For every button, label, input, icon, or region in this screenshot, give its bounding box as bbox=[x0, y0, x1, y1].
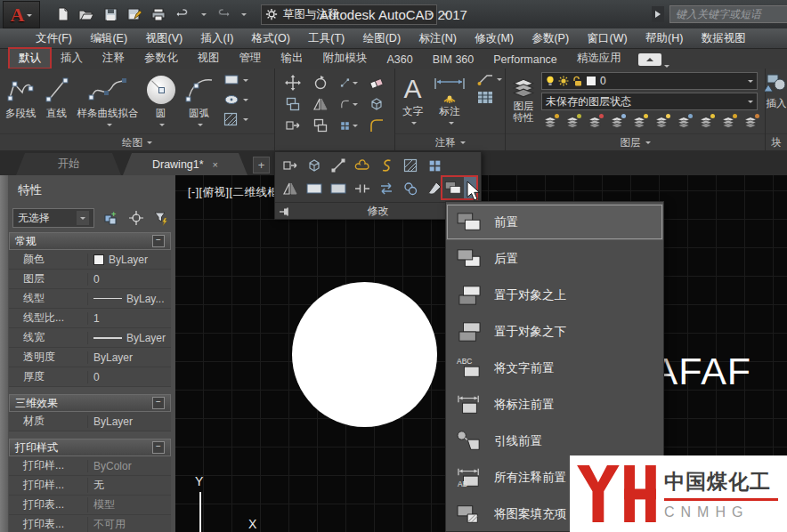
mirror-icon[interactable] bbox=[312, 96, 329, 112]
menu-item-dimensions-to-front[interactable]: 将标注前置 bbox=[446, 386, 663, 423]
application-menu-button[interactable]: A bbox=[3, 1, 40, 28]
plot-icon[interactable] bbox=[150, 6, 166, 22]
prop-row-color[interactable]: 颜色ByLayer bbox=[9, 250, 171, 270]
menu-file[interactable]: 文件(F) bbox=[36, 31, 72, 46]
prop-row-plotstyle-table[interactable]: 打印样...无 bbox=[9, 476, 171, 496]
edit-array-icon[interactable] bbox=[425, 156, 444, 175]
section-3d-effects-header[interactable]: 三维效果− bbox=[9, 394, 171, 412]
layer-tool-icon[interactable] bbox=[588, 115, 602, 129]
dimension-button[interactable]: 标注 bbox=[432, 70, 467, 125]
toggle-pickadd-icon[interactable]: + bbox=[103, 210, 119, 226]
reverse-icon[interactable] bbox=[377, 179, 396, 198]
drawn-circle-object[interactable] bbox=[292, 282, 437, 427]
prop-row-layer[interactable]: 图层0 bbox=[9, 270, 171, 289]
ribbon-tab-insert[interactable]: 插入 bbox=[51, 48, 93, 69]
spline-fit-button[interactable]: 样条曲线拟合 bbox=[77, 70, 139, 127]
file-tab-drawing1[interactable]: Drawing1* × bbox=[123, 153, 247, 175]
collapse-icon[interactable]: − bbox=[152, 235, 165, 247]
prop-row-linetype[interactable]: 线型ByLay... bbox=[9, 289, 171, 309]
layer-properties-button[interactable]: 图层特性 bbox=[506, 71, 541, 124]
prop-row-material[interactable]: 材质ByLayer bbox=[9, 412, 171, 431]
prop-row-thickness[interactable]: 厚度0 bbox=[9, 367, 171, 387]
close-tab-icon[interactable]: × bbox=[213, 159, 218, 170]
copy-icon[interactable] bbox=[284, 96, 302, 112]
ribbon-tab-view[interactable]: 视图 bbox=[188, 48, 230, 69]
line-button[interactable]: 直线 bbox=[44, 70, 70, 120]
panel-draw-footer[interactable]: 绘图 bbox=[0, 133, 274, 150]
panel-annotate-footer[interactable]: 注释 bbox=[395, 133, 505, 150]
move-icon[interactable] bbox=[284, 75, 302, 91]
workspace-switcher[interactable]: 草图与注释 bbox=[261, 4, 437, 25]
table-button[interactable] bbox=[476, 90, 502, 106]
menu-window[interactable]: 窗口(W) bbox=[588, 31, 628, 46]
menu-item-leaders-to-front[interactable]: 引线前置 bbox=[446, 423, 663, 459]
leader-button[interactable] bbox=[476, 72, 502, 86]
menu-item-text-to-front[interactable]: ABC 将文字前置 bbox=[446, 350, 663, 386]
workspace-more-icon[interactable] bbox=[442, 13, 448, 19]
redo-dropdown-icon[interactable] bbox=[241, 13, 247, 19]
collapse-icon[interactable]: − bbox=[152, 397, 165, 409]
ribbon-tab-annotate[interactable]: 注释 bbox=[93, 48, 134, 69]
collapse-icon[interactable]: − bbox=[152, 441, 165, 454]
menu-insert[interactable]: 插入(I) bbox=[201, 31, 234, 46]
prop-row-linetype-scale[interactable]: 线型比...1 bbox=[9, 309, 171, 328]
region-icon[interactable] bbox=[304, 179, 324, 198]
undo-dropdown-icon[interactable] bbox=[201, 13, 207, 19]
menu-format[interactable]: 格式(O) bbox=[252, 31, 290, 46]
boundary-icon[interactable] bbox=[329, 179, 348, 198]
arc-dropdown-icon[interactable] bbox=[198, 124, 203, 129]
layer-tool-icon[interactable] bbox=[721, 115, 735, 129]
save-icon[interactable] bbox=[102, 6, 118, 22]
ribbon-tab-output[interactable]: 输出 bbox=[272, 48, 313, 69]
align-icon[interactable] bbox=[280, 179, 300, 198]
edit-polyline-icon[interactable] bbox=[353, 156, 372, 175]
menu-parametric[interactable]: 参数(P) bbox=[531, 31, 569, 46]
save-as-icon[interactable] bbox=[126, 6, 142, 22]
trim-icon[interactable] bbox=[340, 75, 358, 91]
new-drawing-tab-button[interactable]: + bbox=[253, 157, 270, 173]
layer-state-combo[interactable]: 未保存的图层状态 bbox=[541, 93, 758, 110]
explode-icon[interactable] bbox=[368, 96, 385, 112]
prop-row-plotstyle[interactable]: 打印样...ByColor bbox=[9, 456, 171, 476]
spline-dropdown-icon[interactable] bbox=[107, 124, 112, 129]
redo-icon[interactable] bbox=[215, 6, 231, 22]
panel-layers-footer[interactable]: 图层 bbox=[506, 133, 765, 150]
text-button[interactable]: A 文字 bbox=[402, 70, 423, 125]
open-file-icon[interactable] bbox=[78, 6, 94, 22]
prop-row-plot-table-attached[interactable]: 打印表...模型 bbox=[9, 496, 171, 515]
menu-dataview[interactable]: 数据视图 bbox=[702, 31, 746, 46]
rotate-icon[interactable] bbox=[312, 75, 329, 91]
ribbon-tab-manage[interactable]: 管理 bbox=[230, 48, 272, 69]
ribbon-tab-performance[interactable]: Performance bbox=[483, 51, 567, 69]
layer-tool-icon[interactable] bbox=[743, 115, 758, 129]
selection-type-combo[interactable]: 无选择 bbox=[12, 208, 94, 228]
layer-tool-icon[interactable] bbox=[699, 115, 713, 129]
ribbon-tab-a360[interactable]: A360 bbox=[377, 51, 423, 69]
stretch-icon[interactable] bbox=[284, 117, 302, 133]
pin-icon[interactable] bbox=[279, 206, 291, 217]
undo-icon[interactable] bbox=[174, 6, 191, 22]
bring-to-front-icon[interactable] bbox=[442, 177, 464, 198]
search-input[interactable] bbox=[669, 5, 787, 23]
ribbon-tab-parametric[interactable]: 参数化 bbox=[134, 48, 188, 69]
rectangle-button[interactable] bbox=[223, 72, 248, 88]
layer-tool-icon[interactable] bbox=[654, 115, 669, 129]
layer-tool-icon[interactable] bbox=[565, 115, 580, 129]
array-icon[interactable] bbox=[340, 117, 358, 133]
ellipse-button[interactable] bbox=[223, 92, 248, 108]
arc-button[interactable]: 圆弧 bbox=[183, 70, 215, 127]
prop-row-transparency[interactable]: 透明度ByLayer bbox=[9, 348, 171, 367]
menu-tools[interactable]: 工具(T) bbox=[308, 31, 345, 46]
lengthen-icon[interactable] bbox=[329, 156, 348, 175]
prop-row-plot-table-type[interactable]: 打印表...不可用 bbox=[9, 515, 171, 532]
layer-tool-icon[interactable] bbox=[677, 115, 691, 129]
set-bylayer-icon[interactable] bbox=[280, 156, 300, 175]
fillet-icon[interactable] bbox=[340, 96, 358, 112]
ribbon-tab-addins[interactable]: 附加模块 bbox=[313, 48, 377, 69]
menu-item-bring-to-front[interactable]: 前置 bbox=[446, 204, 663, 240]
menu-dimension[interactable]: 标注(N) bbox=[418, 31, 456, 46]
section-plot-style-header[interactable]: 打印样式− bbox=[9, 439, 171, 456]
search-go-button[interactable] bbox=[652, 6, 664, 22]
change-space-icon[interactable] bbox=[304, 156, 324, 175]
menu-view[interactable]: 视图(V) bbox=[145, 31, 183, 46]
